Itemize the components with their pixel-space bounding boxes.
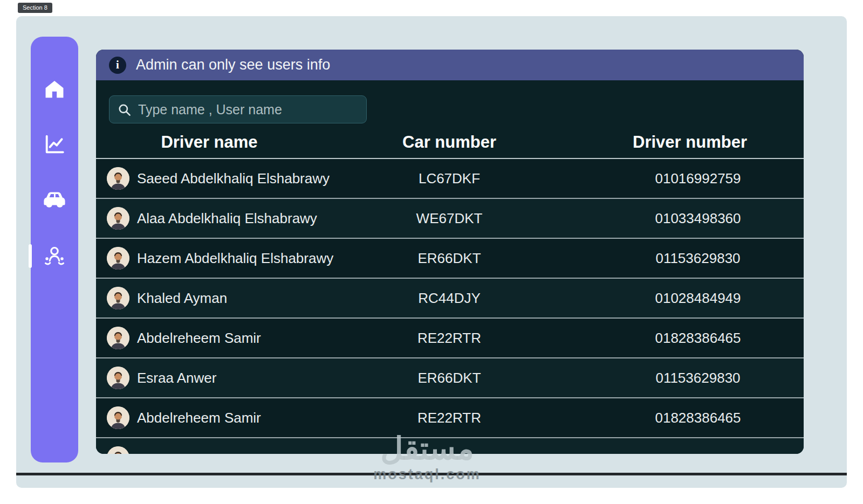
driver-number-cell: 01828386465 xyxy=(576,330,804,347)
home-icon xyxy=(43,78,66,103)
driver-name: Abdelreheem Samir xyxy=(137,330,261,347)
table-row[interactable]: Esraa Anwer ER66DKT 01153629830 xyxy=(96,358,804,398)
driver-avatar xyxy=(107,327,129,349)
table-row[interactable]: Abdelreheem Samir RE22RTR 01828386465 xyxy=(96,398,804,438)
search-box xyxy=(109,95,367,123)
car-number-cell: RC44DJY xyxy=(323,290,576,307)
car-icon xyxy=(42,187,67,215)
sidebar-item-home[interactable] xyxy=(42,78,67,103)
table-row[interactable]: Hazem Abdelkhaliq Elshabrawy ER66DKT 011… xyxy=(96,239,804,279)
sidebar-item-users[interactable] xyxy=(42,243,67,268)
driver-name-cell: Khaled Ayman xyxy=(96,287,323,309)
table-body: Saeed Abdelkhaliq Elshabrawy LC67DKF 010… xyxy=(96,159,804,454)
driver-name-cell: Abdelreheem Samir xyxy=(96,406,323,429)
section-badge: Section 8 xyxy=(18,3,52,13)
users-icon xyxy=(43,243,66,268)
driver-name-cell: Abdelreheem Samir xyxy=(96,327,323,349)
search-input[interactable] xyxy=(138,102,359,118)
table-row[interactable]: Abdelreheem Samir RE22RTR 01828386465 xyxy=(96,319,804,358)
driver-avatar xyxy=(107,406,129,429)
sidebar xyxy=(31,37,78,462)
info-icon: i xyxy=(109,57,126,74)
car-number-cell: RE22RTR xyxy=(323,330,576,347)
info-banner: i Admin can only see users info xyxy=(96,50,804,80)
active-indicator xyxy=(29,244,32,268)
page-background: i Admin can only see users info Driver n… xyxy=(16,16,847,488)
sidebar-item-cars[interactable] xyxy=(42,188,67,213)
driver-name-cell: Esraa Anwer xyxy=(96,367,323,389)
driver-name: Abdelreheem Samir xyxy=(137,410,261,426)
driver-name: Saeed Abdelkhaliq Elshabrawy xyxy=(137,170,330,187)
driver-avatar xyxy=(107,367,129,389)
driver-number-cell: 01033498360 xyxy=(576,210,804,227)
car-number-cell: ER66DKT xyxy=(323,370,576,386)
main-panel: i Admin can only see users info Driver n… xyxy=(96,50,804,454)
driver-number-cell: 01828386465 xyxy=(576,410,804,426)
table-row[interactable]: Khaled Ayman RC44DJY 01028484949 xyxy=(96,279,804,319)
table-row[interactable] xyxy=(96,438,804,454)
car-number-cell: WE67DKT xyxy=(323,210,576,227)
driver-number-cell: 01153629830 xyxy=(576,250,804,267)
driver-avatar xyxy=(107,247,129,270)
car-number-cell: ER66DKT xyxy=(323,250,576,267)
driver-name: Esraa Anwer xyxy=(137,370,216,386)
driver-avatar xyxy=(107,287,129,309)
bottom-bar xyxy=(16,473,847,475)
table-row[interactable]: Saeed Abdelkhaliq Elshabrawy LC67DKF 010… xyxy=(96,159,804,199)
search-icon xyxy=(117,102,132,117)
table-header: Driver name Car number Driver number xyxy=(96,127,804,159)
column-header-car-number: Car number xyxy=(323,133,576,152)
car-number-cell: RE22RTR xyxy=(323,410,576,426)
table-row[interactable]: Alaa Abdelkhaliq Elshabrawy WE67DKT 0103… xyxy=(96,199,804,239)
driver-name-cell: Saeed Abdelkhaliq Elshabrawy xyxy=(96,167,323,190)
drivers-table: Driver name Car number Driver number xyxy=(96,127,804,454)
driver-name-cell xyxy=(96,446,323,454)
driver-avatar xyxy=(107,167,129,190)
driver-avatar xyxy=(107,446,129,454)
driver-name: Alaa Abdelkhaliq Elshabrawy xyxy=(137,210,317,227)
car-number-cell: LC67DKF xyxy=(323,170,576,187)
driver-number-cell: 01016992759 xyxy=(576,170,804,187)
driver-number-cell: 01153629830 xyxy=(576,370,804,386)
column-header-driver-number: Driver number xyxy=(576,133,804,152)
driver-name: Hazem Abdelkhaliq Elshabrawy xyxy=(137,250,333,267)
driver-name: Khaled Ayman xyxy=(137,290,227,307)
banner-text: Admin can only see users info xyxy=(136,57,330,73)
driver-name-cell: Hazem Abdelkhaliq Elshabrawy xyxy=(96,247,323,270)
sidebar-item-analytics[interactable] xyxy=(42,133,67,158)
line-chart-icon xyxy=(43,133,66,158)
driver-name-cell: Alaa Abdelkhaliq Elshabrawy xyxy=(96,207,323,230)
column-header-driver-name: Driver name xyxy=(96,133,323,152)
driver-avatar xyxy=(107,207,129,230)
driver-number-cell: 01028484949 xyxy=(576,290,804,307)
